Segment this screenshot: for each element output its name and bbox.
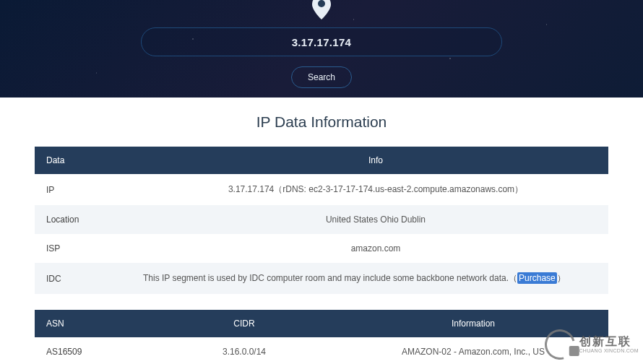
watermark-logo-icon — [539, 324, 580, 364]
watermark-text-en: CHUANG XINCDN.COM — [579, 348, 639, 354]
idc-text-prefix: This IP segment is used by IDC computer … — [143, 273, 517, 283]
svg-point-0 — [318, 0, 325, 7]
asn-header-asn: ASN — [35, 310, 150, 337]
idc-text-suffix: ） — [557, 273, 566, 283]
watermark-text-cn: 创新互联 — [579, 335, 639, 348]
info-header-data: Data — [35, 147, 143, 174]
row-label: Location — [35, 205, 143, 234]
row-label: ISP — [35, 234, 143, 263]
search-query: 3.17.17.174 — [292, 36, 352, 48]
row-label: IDC — [35, 263, 143, 294]
info-header-info: Info — [143, 147, 608, 174]
content: IP Data Information Data Info IP 3.17.17… — [0, 98, 643, 364]
table-row: Location United States Ohio Dublin — [35, 205, 608, 234]
cidr-value: 3.16.0.0/14 — [150, 337, 338, 364]
row-value: amazon.com — [143, 234, 608, 263]
asn-header-cidr: CIDR — [150, 310, 338, 337]
info-table: Data Info IP 3.17.17.174（rDNS: ec2-3-17-… — [35, 147, 608, 294]
row-value: 3.17.17.174（rDNS: ec2-3-17-17-174.us-eas… — [143, 174, 608, 205]
table-row: IP 3.17.17.174（rDNS: ec2-3-17-17-174.us-… — [35, 174, 608, 205]
row-value: United States Ohio Dublin — [143, 205, 608, 234]
hero: 3.17.17.174 Search — [0, 0, 643, 98]
location-pin-icon — [311, 0, 332, 20]
search-button[interactable]: Search — [291, 66, 352, 88]
asn-table: ASN CIDR Information AS16509 3.16.0.0/14… — [35, 310, 608, 364]
row-label: IP — [35, 174, 143, 205]
table-row: ISP amazon.com — [35, 234, 608, 263]
search-input[interactable]: 3.17.17.174 — [141, 27, 502, 56]
page-title: IP Data Information — [35, 113, 608, 131]
table-row: IDC This IP segment is used by IDC compu… — [35, 263, 608, 294]
row-value: This IP segment is used by IDC computer … — [143, 263, 608, 294]
asn-value: AS16509 — [35, 337, 150, 364]
watermark: 创新互联 CHUANG XINCDN.COM — [545, 329, 639, 360]
table-row: AS16509 3.16.0.0/14 AMAZON-02 - Amazon.c… — [35, 337, 608, 364]
purchase-link[interactable]: Purchase — [517, 272, 557, 284]
